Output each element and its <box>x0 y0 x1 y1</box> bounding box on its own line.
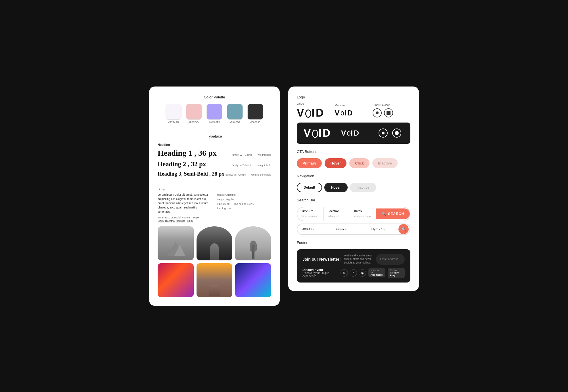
logo-section: Logo Large VID Medium VID Small/Favicon <box>297 95 410 144</box>
swatch-2: #F3C3C4 <box>186 104 202 124</box>
nav-hover[interactable]: Hover <box>324 183 348 192</box>
twitter-icon[interactable]: 𝕏 <box>341 269 348 277</box>
body-text: Lorem ipsum dolor sit amet, consectetur … <box>158 193 209 214</box>
swatch-1: #F7F4FB <box>166 104 181 124</box>
heading-1-meta: family: WT Gothic weight: bold <box>232 153 271 156</box>
app-store-sub: Download on the <box>371 269 383 273</box>
search-circle-button[interactable]: 🔍 <box>398 224 409 234</box>
body-section: Body Lorem ipsum dolor sit amet, consect… <box>158 187 271 222</box>
instagram-icon[interactable]: ◉ <box>359 269 366 277</box>
logo-large: VID <box>297 107 335 119</box>
filled-time-era[interactable]: 400 A.D. <box>297 225 331 234</box>
color-label: #F3C3C4 <box>189 121 200 124</box>
image-tree <box>235 226 271 260</box>
nav-inactive[interactable]: Inactive <box>350 183 376 192</box>
filled-dates[interactable]: July 3 - 10 <box>365 225 398 234</box>
color-label: #ACA0F8 <box>209 121 220 124</box>
btn-click[interactable]: Click <box>349 158 369 168</box>
dates-label: Dates <box>354 210 372 213</box>
facebook-icon[interactable]: f <box>350 269 357 277</box>
color-palette-title: Color Palette <box>158 95 271 99</box>
color-swatch <box>227 104 243 120</box>
heading-3-text: Heading 3, Semi-Bold , 28 px <box>158 171 224 177</box>
email-input[interactable] <box>376 254 405 265</box>
color-label: #70A3B4 <box>229 121 240 124</box>
main-container: Color Palette #F7F4FB #F3C3C4 #ACA0F8 #7… <box>149 87 419 306</box>
unique-experience-text: Discover your unique experience! <box>302 271 338 278</box>
image-pyramids <box>158 226 194 260</box>
logo-sizes-row: Large VID Medium VID Small/Favicon <box>297 102 410 119</box>
logo-dark-icon-2 <box>392 128 401 138</box>
color-swatch <box>206 104 222 120</box>
btn-hover[interactable]: Hover <box>325 158 346 168</box>
search-bar-filled: 400 A.D. Greece July 3 - 10 🔍 <box>297 224 410 235</box>
logo-dark-icon-inner-1 <box>382 132 385 134</box>
google-play-name: Google Play <box>390 271 402 277</box>
typeface-section: Typeface Heading Heading 1 , 36 px famil… <box>158 134 271 222</box>
google-play-badge[interactable]: Get it on Google Play <box>388 268 405 278</box>
field-dates: Dates Add your dates <box>350 207 376 221</box>
image-water <box>235 263 271 297</box>
navigation-section: Navigation Default Hover Inactive <box>297 174 410 192</box>
cta-buttons-row: Primary Hover Click Inactive <box>297 158 410 168</box>
app-store-badge[interactable]: Download on the App Store <box>368 268 385 277</box>
color-swatch <box>247 104 263 120</box>
heading-2-row: Heading 2 , 32 px family: WT Gothic weig… <box>158 161 271 168</box>
footer-section: Footer Join our Newsletter! We'll send y… <box>297 241 410 283</box>
heading-3-meta: family: WT Gothic weight: semi-bold <box>225 173 271 176</box>
field-time-era: Time Era What time era? <box>297 207 324 221</box>
image-singer <box>197 226 233 260</box>
filled-location[interactable]: Greece <box>331 225 365 234</box>
btn-inactive[interactable]: Inactive <box>372 158 397 168</box>
body-label: Body <box>158 187 271 191</box>
heading-1-text: Heading 1 , 36 px <box>158 149 217 158</box>
discover-text: Discover your <box>302 268 338 271</box>
divider-2 <box>158 182 271 182</box>
logo-large-label: Large <box>297 102 335 105</box>
body-row: Lorem ipsum dolor sit amet, consectetur … <box>158 193 271 214</box>
image-grid <box>158 226 271 297</box>
nav-default[interactable]: Default <box>297 183 322 192</box>
divider <box>158 129 271 129</box>
logo-dark-icons <box>379 128 404 138</box>
search-button[interactable]: 🔍 SEARCH <box>376 208 410 219</box>
heading-2-text: Heading 2 , 32 px <box>158 161 206 168</box>
color-label: #F7F4FB <box>168 121 179 124</box>
logo-medium-block: Medium VID <box>335 104 372 117</box>
footer-top: Join our Newsletter! We'll send you the … <box>302 254 405 265</box>
logo-small-label: Small/Favicon <box>373 104 410 107</box>
search-bar-title: Search Bar <box>297 198 410 202</box>
logo-icon-2 <box>384 108 393 117</box>
logo-large-block: Large VID <box>297 102 335 119</box>
logo-dark-icon-inner-2 <box>395 131 399 135</box>
image-temple <box>197 263 233 297</box>
footer-dark: Join our Newsletter! We'll send you the … <box>297 249 410 283</box>
swatch-3: #ACA0F8 <box>206 104 222 124</box>
logo-icon-inner-2 <box>387 111 390 115</box>
search-bar-section: Search Bar Time Era What time era? Locat… <box>297 198 410 235</box>
nav-buttons-row: Default Hover Inactive <box>297 183 410 192</box>
logo-medium-label: Medium <box>335 104 372 107</box>
field-location: Location Where to? <box>324 207 350 221</box>
color-palette: #F7F4FB #F3C3C4 #ACA0F8 #70A3B4 #303030 <box>158 104 271 124</box>
time-era-label: Time Era <box>301 210 319 213</box>
cta-section: CTA Buttons Primary Hover Click Inactive <box>297 149 410 168</box>
logo-dark-medium: VID <box>341 129 379 138</box>
logo-dark-icon-1 <box>379 128 388 138</box>
color-swatch <box>186 104 202 120</box>
time-era-placeholder: What time era? <box>301 215 319 218</box>
logo-dark-large: VID <box>304 127 341 139</box>
logo-dark-bar: VID VID <box>297 123 410 144</box>
logo-icon-dot <box>387 111 390 115</box>
footer-title: Footer <box>297 241 410 245</box>
newsletter-desc: We'll send you the latest special offers… <box>344 254 373 265</box>
btn-primary[interactable]: Primary <box>297 158 322 168</box>
swatch-5: #303030 <box>247 104 263 124</box>
search-bar-template: Time Era What time era? Location Where t… <box>297 207 410 221</box>
dates-placeholder: Add your dates <box>354 215 371 218</box>
typeface-title: Typeface <box>158 134 271 138</box>
google-play-sub: Get it on <box>390 269 402 271</box>
newsletter-title: Join our Newsletter! <box>302 257 341 262</box>
body-meta: family: Questrial weight: regular size: … <box>217 193 254 214</box>
image-canyon <box>158 263 194 297</box>
